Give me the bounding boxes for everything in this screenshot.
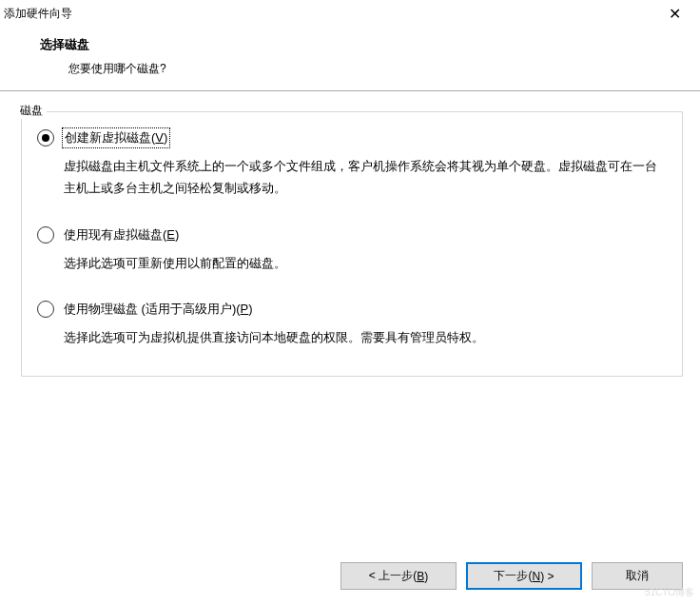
cancel-button[interactable]: 取消 — [592, 562, 683, 590]
back-button[interactable]: < 上一步(B) — [340, 562, 457, 590]
page-subtitle: 您要使用哪个磁盘? — [40, 61, 681, 77]
radio-option-create-new[interactable]: 创建新虚拟磁盘(V) 虚拟磁盘由主机文件系统上的一个或多个文件组成，客户机操作系… — [37, 129, 667, 200]
disk-groupbox: 磁盘 创建新虚拟磁盘(V) 虚拟磁盘由主机文件系统上的一个或多个文件组成，客户机… — [21, 111, 683, 377]
button-bar: < 上一步(B) 下一步(N) > 取消 — [340, 562, 683, 590]
window-title: 添加硬件向导 — [4, 6, 72, 22]
radio-description: 选择此选项可为虚拟机提供直接访问本地硬盘的权限。需要具有管理员特权。 — [64, 327, 667, 349]
radio-row[interactable]: 使用现有虚拟磁盘(E) — [37, 226, 667, 244]
radio-label-create-new: 创建新虚拟磁盘(V) — [64, 129, 168, 146]
radio-label-use-existing: 使用现有虚拟磁盘(E) — [64, 226, 179, 244]
radio-icon[interactable] — [37, 129, 54, 146]
radio-label-physical: 使用物理磁盘 (适用于高级用户)(P) — [64, 301, 253, 318]
header-separator — [0, 90, 700, 92]
radio-icon[interactable] — [37, 301, 54, 318]
radio-option-physical[interactable]: 使用物理磁盘 (适用于高级用户)(P) 选择此选项可为虚拟机提供直接访问本地硬盘… — [37, 301, 667, 349]
page-title: 选择磁盘 — [40, 36, 681, 53]
radio-row[interactable]: 创建新虚拟磁盘(V) — [37, 129, 667, 146]
radio-description: 虚拟磁盘由主机文件系统上的一个或多个文件组成，客户机操作系统会将其视为单个硬盘。… — [64, 156, 667, 200]
title-bar: 添加硬件向导 ✕ — [0, 0, 700, 27]
radio-row[interactable]: 使用物理磁盘 (适用于高级用户)(P) — [37, 301, 667, 318]
groupbox-label: 磁盘 — [20, 103, 47, 119]
radio-icon[interactable] — [37, 226, 54, 244]
wizard-header: 选择磁盘 您要使用哪个磁盘? — [0, 27, 700, 90]
close-icon[interactable]: ✕ — [661, 5, 689, 23]
next-button[interactable]: 下一步(N) > — [466, 562, 582, 590]
radio-description: 选择此选项可重新使用以前配置的磁盘。 — [64, 253, 667, 275]
content-area: 磁盘 创建新虚拟磁盘(V) 虚拟磁盘由主机文件系统上的一个或多个文件组成，客户机… — [0, 94, 700, 377]
radio-option-use-existing[interactable]: 使用现有虚拟磁盘(E) 选择此选项可重新使用以前配置的磁盘。 — [37, 226, 667, 275]
